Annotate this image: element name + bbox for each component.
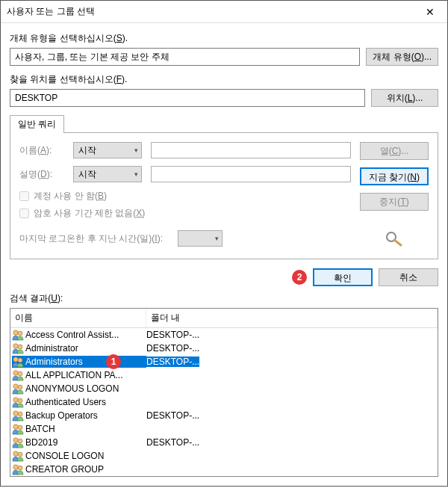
find-now-button[interactable]: 지금 찾기(N) (360, 167, 429, 185)
svg-line-1 (394, 240, 401, 245)
search-results-label: 검색 결과(U): (10, 292, 438, 308)
object-types-button[interactable]: 개체 유형(O)... (366, 48, 438, 66)
chevron-down-icon: ▾ (215, 235, 219, 242)
days-since-logon-label: 마지막 로그온한 후 지난 시간(일)(I): (19, 232, 163, 245)
name-input[interactable] (151, 142, 351, 158)
list-item[interactable]: BD2019DESKTOP-... (10, 436, 438, 449)
magnifier-icon (383, 230, 405, 247)
user-group-icon (12, 356, 24, 368)
list-item-folder: DESKTOP-... (146, 437, 199, 448)
list-item-folder: DESKTOP-... (146, 343, 199, 354)
user-group-icon (12, 463, 24, 475)
list-item[interactable]: Authenticated Users (10, 395, 438, 409)
location-label: 찾을 위치를 선택하십시오(F). (10, 73, 438, 86)
object-type-field: 사용자, 그룹, 또는 기본 제공 보안 주체 (10, 48, 360, 66)
list-item-name: ANONYMOUS LOGON (12, 383, 146, 395)
window-title: 사용자 또는 그룹 선택 (1, 5, 95, 18)
list-item-name: Administrator (12, 342, 146, 354)
list-item-name: Backup Operators (12, 410, 146, 422)
results-header: 이름 폴더 내 (10, 309, 438, 328)
list-item-name: Authenticated Users (12, 396, 146, 408)
user-group-icon (12, 450, 24, 462)
list-item-folder: DESKTOP-... (146, 330, 199, 340)
query-panel-right: 열(C)... 지금 찾기(N) 중지(T) (360, 142, 429, 247)
close-icon: ✕ (426, 6, 435, 18)
no-password-expire-box[interactable] (19, 209, 29, 218)
desc-match-combo[interactable]: 시작 ▾ (73, 166, 142, 182)
results-list[interactable]: 이름 폴더 내 Access Control Assist...DESKTOP-… (10, 308, 438, 477)
days-combo[interactable]: ▾ (178, 230, 223, 247)
disabled-accounts-checkbox[interactable]: 계정 사용 안 함(B) (19, 190, 351, 203)
chevron-down-icon: ▾ (134, 146, 138, 154)
no-password-expire-checkbox[interactable]: 암호 사용 기간 제한 없음(X) (19, 207, 351, 220)
annotation-marker-2: 2 (292, 270, 307, 285)
close-button[interactable]: ✕ (413, 1, 447, 23)
list-item-name: CREATOR GROUP (12, 463, 146, 475)
list-item[interactable]: CREATOR GROUP (10, 463, 438, 476)
list-item-name: BATCH (12, 423, 146, 435)
annotation-marker-1: 1 (106, 354, 121, 369)
object-type-label: 개체 유형을 선택하십시오(S). (10, 32, 438, 45)
user-group-icon (12, 423, 24, 435)
chevron-down-icon: ▾ (134, 170, 138, 178)
list-item[interactable]: Backup OperatorsDESKTOP-... (10, 409, 438, 422)
disabled-accounts-box[interactable] (19, 191, 29, 201)
list-item-name: Administrators (12, 356, 146, 368)
location-field: DESKTOP (10, 89, 365, 107)
list-item[interactable]: CONSOLE LOGON (10, 449, 438, 463)
dialog-buttons: 2 확인 취소 (10, 259, 438, 292)
list-item-name: ALL APPLICATION PA... (12, 369, 146, 381)
tab-common-query[interactable]: 일반 쿼리 (10, 115, 64, 133)
user-group-icon (12, 436, 24, 448)
search-icon-wrap (360, 221, 429, 247)
list-item[interactable]: ALL APPLICATION PA... (10, 368, 438, 382)
list-item[interactable]: BATCH (10, 422, 438, 436)
query-panel-left: 이름(A): 시작 ▾ 설명(D): 시작 (19, 142, 351, 247)
description-input[interactable] (151, 166, 351, 182)
description-label: 설명(D): (19, 168, 64, 181)
results-body: Access Control Assist...DESKTOP-...Admin… (10, 328, 438, 476)
name-match-combo[interactable]: 시작 ▾ (73, 142, 142, 158)
dialog-window: 사용자 또는 그룹 선택 ✕ 개체 유형을 선택하십시오(S). 사용자, 그룹… (0, 0, 448, 487)
user-group-icon (12, 410, 24, 422)
locations-button[interactable]: 위치(L)... (371, 89, 438, 107)
columns-button[interactable]: 열(C)... (360, 142, 429, 160)
cancel-button[interactable]: 취소 (379, 268, 438, 286)
list-item[interactable]: AdministratorsDESKTOP-...1 (10, 355, 438, 368)
titlebar: 사용자 또는 그룹 선택 ✕ (1, 1, 447, 23)
user-group-icon (12, 369, 24, 381)
list-item[interactable]: Access Control Assist...DESKTOP-... (10, 328, 438, 342)
list-item-name: BD2019 (12, 436, 146, 448)
list-item[interactable]: ANONYMOUS LOGON (10, 382, 438, 395)
column-folder[interactable]: 폴더 내 (146, 309, 438, 327)
user-group-icon (12, 329, 24, 341)
query-tabs: 일반 쿼리 이름(A): 시작 ▾ (10, 114, 438, 259)
list-item-name: CONSOLE LOGON (12, 450, 146, 462)
stop-button[interactable]: 중지(T) (360, 193, 429, 211)
user-group-icon (12, 342, 24, 354)
list-item-folder: DESKTOP-... (146, 410, 199, 421)
list-item-folder: DESKTOP-... (146, 357, 199, 367)
name-label: 이름(A): (19, 144, 64, 157)
dialog-content: 개체 유형을 선택하십시오(S). 사용자, 그룹, 또는 기본 제공 보안 주… (1, 23, 447, 308)
list-item[interactable]: AdministratorDESKTOP-... (10, 342, 438, 355)
user-group-icon (12, 396, 24, 408)
column-name[interactable]: 이름 (10, 309, 146, 327)
ok-button[interactable]: 확인 (313, 268, 373, 286)
list-item-name: Access Control Assist... (12, 329, 146, 341)
query-panel: 이름(A): 시작 ▾ 설명(D): 시작 (10, 132, 438, 259)
user-group-icon (12, 383, 24, 395)
